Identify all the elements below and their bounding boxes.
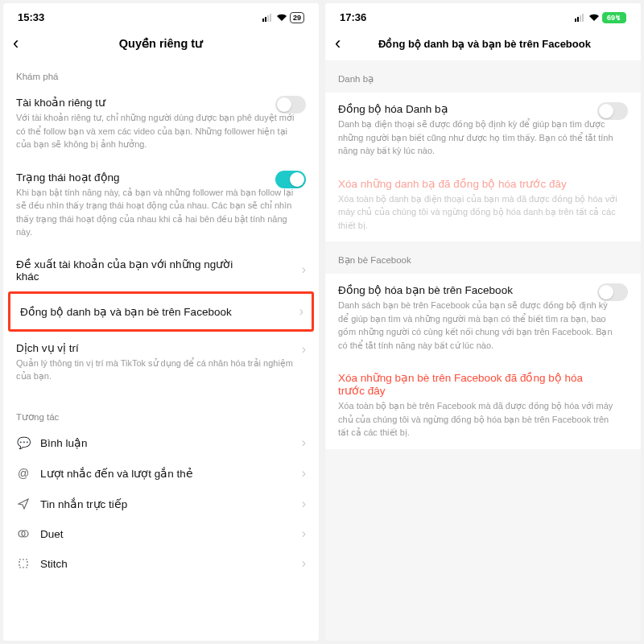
svg-rect-8 <box>577 17 579 22</box>
wifi-icon <box>588 14 600 22</box>
svg-rect-1 <box>265 17 266 22</box>
chevron-right-icon: › <box>302 262 306 277</box>
private-account-label: Tài khoản riêng tư <box>16 96 306 109</box>
sync-contacts-desc: Danh bạ điện thoại sẽ được đồng bộ định … <box>338 118 628 158</box>
page-title: Quyền riêng tư <box>34 37 309 50</box>
suggest-account-row[interactable]: Đề xuất tài khoản của bạn với những ngườ… <box>3 249 319 291</box>
comment-icon: 💬 <box>16 436 31 449</box>
battery-icon: 69↯ <box>602 12 626 23</box>
remove-contacts-label: Xóa những danh bạ đã đồng bộ hóa trước đ… <box>338 177 628 190</box>
time: 15:33 <box>18 11 44 23</box>
chevron-right-icon: › <box>302 526 306 541</box>
remove-fb-row[interactable]: Xóa những bạn bè trên Facebook đã đồng b… <box>325 361 641 449</box>
duet-icon <box>16 528 31 539</box>
chevron-right-icon: › <box>302 466 306 481</box>
duet-label: Duet <box>40 528 64 540</box>
svg-rect-6 <box>19 559 27 568</box>
svg-rect-2 <box>267 15 269 22</box>
section-fb-friends: Bạn bè Facebook <box>325 242 641 274</box>
location-desc: Quản lý thông tin vị trí mà TikTok sử dụ… <box>16 357 306 383</box>
sync-contacts-row[interactable]: Đồng bộ danh bạ và bạn bè trên Facebook … <box>10 294 312 329</box>
signal-icon <box>262 14 274 22</box>
private-account-toggle[interactable] <box>275 96 306 114</box>
svg-rect-10 <box>582 14 584 22</box>
status-bar: 15:33 29 <box>3 3 319 27</box>
activity-status-label: Trạng thái hoạt động <box>16 171 306 184</box>
battery-icon: 29 <box>290 12 304 23</box>
send-icon <box>16 498 31 510</box>
section-discover: Khám phá <box>3 60 319 86</box>
stitch-icon <box>16 558 31 569</box>
at-icon: @ <box>16 467 31 480</box>
chevron-right-icon: › <box>299 304 303 319</box>
activity-status-toggle[interactable] <box>275 171 306 188</box>
activity-status-row: Trạng thái hoạt động Khi bạn bật tính nă… <box>3 161 319 249</box>
dm-row[interactable]: Tin nhắn trực tiếp › <box>3 489 319 519</box>
stitch-label: Stitch <box>40 558 68 570</box>
private-account-desc: Với tài khoản riêng tư, chỉ những người … <box>16 111 306 151</box>
wifi-icon <box>276 14 287 22</box>
remove-fb-desc: Xóa toàn bộ bạn bè trên Facebook mà đã đ… <box>338 399 628 440</box>
private-account-row: Tài khoản riêng tư Với tài khoản riêng t… <box>3 86 319 161</box>
comments-row[interactable]: 💬 Bình luận › <box>3 427 319 458</box>
activity-status-desc: Khi bạn bật tính năng này, cả bạn và nhữ… <box>16 186 306 239</box>
location-row[interactable]: Dịch vụ vị trí › Quản lý thông tin vị tr… <box>3 332 319 392</box>
svg-rect-7 <box>575 19 576 22</box>
section-interact: Tương tác <box>3 392 319 427</box>
sync-contacts-highlight: Đồng bộ danh bạ và bạn bè trên Facebook … <box>8 291 314 332</box>
signal-icon <box>575 14 586 22</box>
sync-contacts-toggle[interactable] <box>597 102 628 120</box>
chevron-right-icon: › <box>302 497 306 511</box>
mentions-label: Lượt nhắc đến và lượt gắn thẻ <box>40 467 193 480</box>
mentions-row[interactable]: @ Lượt nhắc đến và lượt gắn thẻ › <box>3 458 319 489</box>
sync-fb-row: Đồng bộ hóa bạn bè trên Facebook Danh sá… <box>325 274 641 361</box>
svg-rect-0 <box>262 19 264 22</box>
sync-contacts-label: Đồng bộ danh bạ và bạn bè trên Facebook <box>20 305 232 318</box>
comments-label: Bình luận <box>40 436 88 449</box>
back-icon[interactable]: ‹ <box>335 33 356 54</box>
status-icons: 69↯ <box>575 12 626 23</box>
sync-settings-screen: 17:36 69↯ ‹ Đồng bộ danh bạ và bạn bè tr… <box>325 3 641 641</box>
suggest-account-label: Đề xuất tài khoản của bạn với những ngườ… <box>16 258 242 283</box>
nav-header: ‹ Quyền riêng tư <box>3 27 319 60</box>
sync-fb-label: Đồng bộ hóa bạn bè trên Facebook <box>338 283 628 296</box>
svg-rect-9 <box>580 15 581 22</box>
nav-header: ‹ Đồng bộ danh bạ và bạn bè trên Faceboo… <box>325 27 641 60</box>
duet-row[interactable]: Duet › <box>3 519 319 549</box>
privacy-settings-screen: 15:33 29 ‹ Quyền riêng tư Khám phá Tài k… <box>3 3 319 641</box>
location-label: Dịch vụ vị trí <box>16 342 79 354</box>
status-bar: 17:36 69↯ <box>325 3 641 27</box>
page-title: Đồng bộ danh bạ và bạn bè trên Facebook <box>356 38 631 50</box>
chevron-right-icon: › <box>302 342 306 357</box>
remove-contacts-desc: Xóa toàn bộ danh bạ điện thoại của bạn m… <box>338 192 628 233</box>
section-contacts: Danh bạ <box>325 60 641 93</box>
time: 17:36 <box>340 11 366 23</box>
remove-contacts-row[interactable]: Xóa những danh bạ đã đồng bộ hóa trước đ… <box>325 167 641 242</box>
dm-label: Tin nhắn trực tiếp <box>40 497 127 510</box>
sync-fb-toggle[interactable] <box>597 283 628 301</box>
sync-contacts-label: Đồng bộ hóa Danh bạ <box>338 102 628 115</box>
chevron-right-icon: › <box>302 436 306 450</box>
back-icon[interactable]: ‹ <box>13 33 34 54</box>
empty-area <box>325 449 641 642</box>
remove-fb-label: Xóa những bạn bè trên Facebook đã đồng b… <box>338 371 628 397</box>
sync-fb-desc: Danh sách bạn bè trên Facebook của bạn s… <box>338 299 628 352</box>
sync-contacts-row: Đồng bộ hóa Danh bạ Danh bạ điện thoại s… <box>325 93 641 167</box>
status-icons: 29 <box>262 12 304 23</box>
svg-rect-3 <box>270 14 271 22</box>
chevron-right-icon: › <box>302 556 306 571</box>
stitch-row[interactable]: Stitch › <box>3 549 319 579</box>
